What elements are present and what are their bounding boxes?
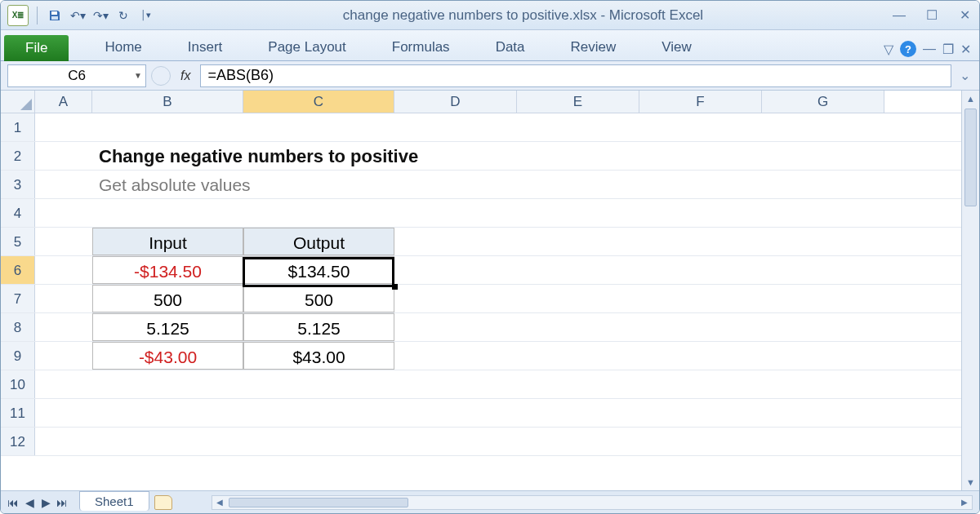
cell-A11[interactable] [35, 399, 92, 427]
close-icon[interactable]: ✕ [956, 7, 973, 24]
tab-data[interactable]: Data [484, 34, 537, 60]
cell-D11[interactable] [394, 399, 517, 427]
tab-review[interactable]: Review [559, 34, 628, 60]
cell-G2[interactable] [762, 142, 884, 170]
cell-G1[interactable] [762, 113, 884, 141]
cell-C9[interactable]: $43.00 [243, 342, 394, 370]
help-icon[interactable]: ? [900, 41, 916, 57]
worksheet-grid[interactable]: A B C D E F G 12Change negative numbers … [1, 91, 961, 490]
tab-view[interactable]: View [650, 34, 703, 60]
row-header[interactable]: 3 [1, 171, 35, 198]
row-header[interactable]: 7 [1, 285, 35, 312]
cell-A9[interactable] [35, 342, 92, 370]
cell-C7[interactable]: 500 [243, 285, 394, 312]
cell-A4[interactable] [35, 199, 92, 227]
cell-A8[interactable] [35, 313, 92, 341]
col-header[interactable]: E [517, 91, 639, 113]
cell-G6[interactable] [762, 256, 884, 284]
scroll-thumb[interactable] [964, 109, 977, 206]
cell-B10[interactable] [92, 370, 243, 398]
cell-F4[interactable] [639, 199, 762, 227]
row-header[interactable]: 11 [1, 399, 35, 427]
minimize-icon[interactable]: — [891, 7, 907, 24]
scroll-up-icon[interactable]: ▲ [962, 91, 979, 107]
cell-B2[interactable]: Change negative numbers to positive [92, 142, 243, 170]
cell-E5[interactable] [517, 228, 639, 255]
cell-F2[interactable] [639, 142, 762, 170]
sheet-nav-prev-icon[interactable]: ◀ [22, 496, 37, 509]
cell-D8[interactable] [394, 313, 517, 341]
cell-B12[interactable] [92, 428, 243, 455]
cell-D5[interactable] [394, 228, 517, 255]
row-header[interactable]: 6 [1, 256, 35, 284]
cell-F5[interactable] [639, 228, 762, 255]
maximize-icon[interactable]: ☐ [924, 7, 940, 24]
cell-B1[interactable] [92, 113, 243, 141]
row-header[interactable]: 9 [1, 342, 35, 370]
col-header[interactable]: C [243, 91, 394, 113]
cell-G5[interactable] [762, 228, 884, 255]
cell-C11[interactable] [243, 399, 394, 427]
col-header[interactable]: F [639, 91, 762, 113]
cell-E7[interactable] [517, 285, 639, 312]
cell-A6[interactable] [35, 256, 92, 284]
row-header[interactable]: 4 [1, 199, 35, 227]
doc-restore-icon[interactable]: ❐ [942, 42, 954, 57]
cell-A3[interactable] [35, 171, 92, 198]
scroll-left-icon[interactable]: ◀ [212, 496, 227, 509]
cell-B8[interactable]: 5.125 [92, 313, 243, 341]
cell-D9[interactable] [394, 342, 517, 370]
cell-A2[interactable] [35, 142, 92, 170]
row-header[interactable]: 8 [1, 313, 35, 341]
cell-E6[interactable] [517, 256, 639, 284]
cell-C1[interactable] [243, 113, 394, 141]
col-header[interactable]: D [394, 91, 517, 113]
sheet-tab-active[interactable]: Sheet1 [79, 491, 149, 511]
new-sheet-icon[interactable] [154, 495, 172, 510]
cell-G9[interactable] [762, 342, 884, 370]
cell-G3[interactable] [762, 171, 884, 198]
cell-D2[interactable] [394, 142, 517, 170]
ribbon-min-icon[interactable]: ▽ [884, 42, 893, 57]
col-header[interactable]: B [92, 91, 243, 113]
cell-D12[interactable] [394, 428, 517, 455]
vertical-scrollbar[interactable]: ▲ ▼ [961, 91, 979, 490]
cell-D1[interactable] [394, 113, 517, 141]
cell-E9[interactable] [517, 342, 639, 370]
col-header[interactable]: G [762, 91, 884, 113]
doc-minimize-icon[interactable]: — [923, 42, 936, 56]
cell-E10[interactable] [517, 370, 639, 398]
cell-G10[interactable] [762, 370, 884, 398]
row-header[interactable]: 2 [1, 142, 35, 170]
sheet-nav-first-icon[interactable]: ⏮ [6, 496, 20, 509]
cell-G12[interactable] [762, 428, 884, 455]
cell-E3[interactable] [517, 171, 639, 198]
scroll-right-icon[interactable]: ▶ [957, 496, 972, 509]
cell-C12[interactable] [243, 428, 394, 455]
tab-formulas[interactable]: Formulas [381, 34, 461, 60]
cell-C5[interactable]: Output [243, 228, 394, 255]
col-header[interactable]: A [35, 91, 92, 113]
cell-F11[interactable] [639, 399, 762, 427]
cell-D7[interactable] [394, 285, 517, 312]
cell-E12[interactable] [517, 428, 639, 455]
cell-A7[interactable] [35, 285, 92, 312]
doc-close-icon[interactable]: ✕ [960, 42, 971, 57]
cell-B3[interactable]: Get absolute values [92, 171, 243, 198]
sheet-nav-last-icon[interactable]: ⏭ [55, 496, 69, 509]
row-header[interactable]: 1 [1, 113, 35, 141]
cell-B5[interactable]: Input [92, 228, 243, 255]
fill-handle[interactable] [392, 284, 398, 290]
cell-C2[interactable] [243, 142, 394, 170]
cancel-formula-icon[interactable] [151, 66, 171, 86]
select-all-corner[interactable] [1, 91, 35, 113]
file-tab[interactable]: File [4, 35, 69, 61]
cell-F12[interactable] [639, 428, 762, 455]
cell-F6[interactable] [639, 256, 762, 284]
sheet-nav-next-icon[interactable]: ▶ [38, 496, 53, 509]
cell-G11[interactable] [762, 399, 884, 427]
expand-formula-bar-icon[interactable]: ⌄ [956, 68, 973, 83]
cell-D10[interactable] [394, 370, 517, 398]
cell-G7[interactable] [762, 285, 884, 312]
formula-input[interactable]: =ABS(B6) [200, 64, 951, 87]
